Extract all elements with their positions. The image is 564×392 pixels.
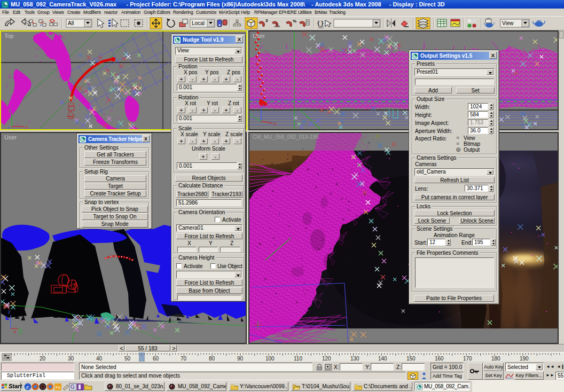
- svg-text:Local: Local: [192, 20, 205, 26]
- svg-text:y: y: [9, 107, 11, 113]
- svg-text:50: 50: [124, 356, 131, 362]
- svg-text:40: 40: [96, 356, 103, 362]
- svg-text:30: 30: [68, 356, 74, 362]
- svg-text:z: z: [7, 126, 10, 129]
- svg-text:190: 190: [520, 356, 529, 362]
- svg-text:100: 100: [265, 356, 275, 362]
- svg-text:120: 120: [322, 356, 331, 362]
- svg-text:150: 150: [406, 356, 416, 362]
- svg-text:130: 130: [350, 356, 359, 362]
- svg-text:170: 170: [463, 356, 472, 362]
- svg-text:x: x: [274, 121, 277, 127]
- svg-text:3: 3: [265, 18, 268, 23]
- svg-text:e: e: [26, 383, 29, 390]
- svg-text:z: z: [262, 103, 265, 108]
- svg-text:180: 180: [491, 356, 500, 362]
- svg-text:x: x: [26, 124, 28, 129]
- svg-text:70: 70: [181, 356, 187, 362]
- svg-text:90: 90: [237, 356, 244, 362]
- svg-text:x: x: [14, 329, 17, 334]
- svg-text:y: y: [19, 330, 22, 335]
- svg-text:140: 140: [378, 356, 387, 362]
- svg-text:G: G: [70, 384, 75, 390]
- svg-text:View: View: [502, 20, 514, 26]
- svg-text:Fs: Fs: [56, 385, 60, 390]
- svg-text:160: 160: [435, 356, 444, 362]
- svg-text:y: y: [250, 112, 253, 117]
- svg-text:ABC: ABC: [318, 26, 324, 29]
- svg-text:20: 20: [40, 356, 46, 362]
- svg-text:60: 60: [153, 356, 159, 362]
- svg-text:80: 80: [209, 356, 215, 362]
- svg-text:110: 110: [294, 356, 302, 362]
- svg-text:All: All: [68, 20, 74, 26]
- svg-text:z: z: [8, 309, 11, 315]
- svg-text:%: %: [293, 19, 296, 23]
